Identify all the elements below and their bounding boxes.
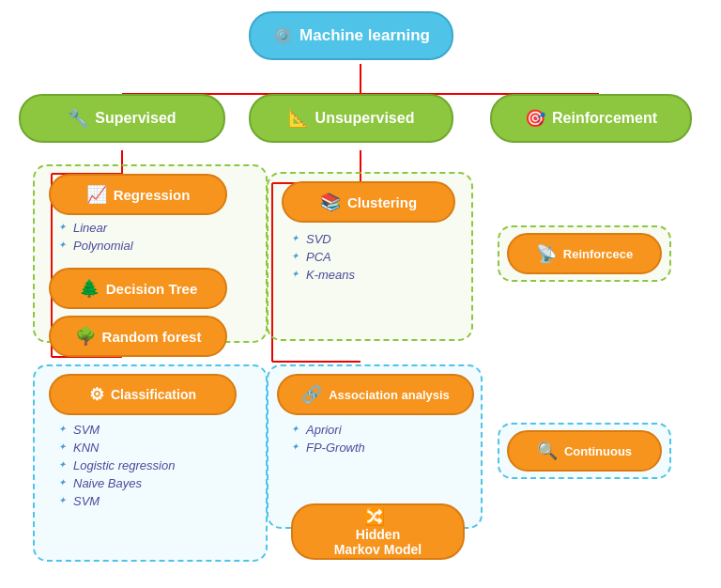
association-icon: 🔗 bbox=[301, 384, 322, 405]
supervised-icon: 🔧 bbox=[68, 108, 88, 129]
rsub-icon: 📡 bbox=[536, 243, 557, 264]
hmm-node: 🔀 HiddenMarkov Model bbox=[291, 503, 465, 560]
classification-bullets: SVM KNN Logistic regression Naive Bayes … bbox=[58, 421, 175, 510]
reinforcement-label: Reinforcement bbox=[552, 110, 657, 127]
bullet-knn: KNN bbox=[58, 439, 175, 456]
clustering-node: 📚 Clustering bbox=[282, 181, 455, 223]
classification-icon: ⚙ bbox=[89, 384, 104, 405]
reinforcement-icon: 🎯 bbox=[525, 108, 545, 129]
rsub-label: Reinforcece bbox=[563, 247, 633, 261]
random-forest-label: Random forest bbox=[102, 329, 202, 345]
regression-node: 📈 Regression bbox=[49, 174, 227, 215]
clustering-bullets: SVD PCA K-means bbox=[291, 230, 355, 284]
regression-bullets: Linear Polynomial bbox=[58, 219, 133, 255]
bullet-linear: Linear bbox=[58, 219, 133, 237]
hmm-label: HiddenMarkov Model bbox=[334, 527, 422, 557]
association-label: Association analysis bbox=[329, 388, 450, 402]
bullet-fpgrowth: FP-Growth bbox=[291, 439, 365, 456]
bullet-svd: SVD bbox=[291, 230, 355, 248]
hmm-icon: 🔀 bbox=[364, 506, 385, 527]
classification-node: ⚙ Classification bbox=[49, 374, 237, 415]
reinforcement-node: 🎯 Reinforcement bbox=[490, 94, 692, 143]
continuous-node: 🔍 Continuous bbox=[507, 430, 662, 472]
ml-label: Machine learning bbox=[299, 26, 430, 45]
continuous-icon: 🔍 bbox=[537, 441, 558, 461]
regression-label: Regression bbox=[114, 187, 191, 203]
continuous-label: Continuous bbox=[564, 444, 632, 458]
decision-tree-node: 🌲 Decision Tree bbox=[49, 268, 227, 309]
bullet-kmeans: K-means bbox=[291, 266, 355, 284]
bullet-svm2: SVM bbox=[58, 492, 175, 510]
clustering-icon: 📚 bbox=[320, 192, 341, 212]
association-bullets: Apriori FP-Growth bbox=[291, 421, 365, 456]
supervised-label: Supervised bbox=[95, 110, 176, 127]
random-forest-icon: 🌳 bbox=[75, 326, 96, 347]
bullet-svm: SVM bbox=[58, 421, 175, 439]
unsupervised-icon: 📐 bbox=[288, 108, 309, 129]
bullet-polynomial: Polynomial bbox=[58, 237, 133, 255]
supervised-node: 🔧 Supervised bbox=[19, 94, 225, 143]
unsupervised-node: 📐 Unsupervised bbox=[249, 94, 453, 143]
ml-diagram: ⚙️ Machine learning 🔧 Supervised 📐 Unsup… bbox=[0, 0, 721, 588]
ml-icon: ⚙️ bbox=[272, 25, 293, 46]
bullet-pca: PCA bbox=[291, 248, 355, 266]
regression-icon: 📈 bbox=[86, 184, 107, 205]
bullet-naivebayes: Naive Bayes bbox=[58, 474, 175, 492]
decision-tree-label: Decision Tree bbox=[106, 281, 198, 297]
machine-learning-node: ⚙️ Machine learning bbox=[249, 11, 453, 60]
random-forest-node: 🌳 Random forest bbox=[49, 316, 227, 357]
bullet-apriori: Apriori bbox=[291, 421, 365, 439]
decision-tree-icon: 🌲 bbox=[79, 278, 100, 299]
bullet-logistic: Logistic regression bbox=[58, 456, 175, 474]
reinforcement-sub-node: 📡 Reinforcece bbox=[507, 233, 662, 274]
clustering-label: Clustering bbox=[347, 194, 417, 210]
unsupervised-label: Unsupervised bbox=[315, 110, 415, 127]
association-node: 🔗 Association analysis bbox=[277, 374, 474, 415]
classification-label: Classification bbox=[111, 387, 196, 402]
